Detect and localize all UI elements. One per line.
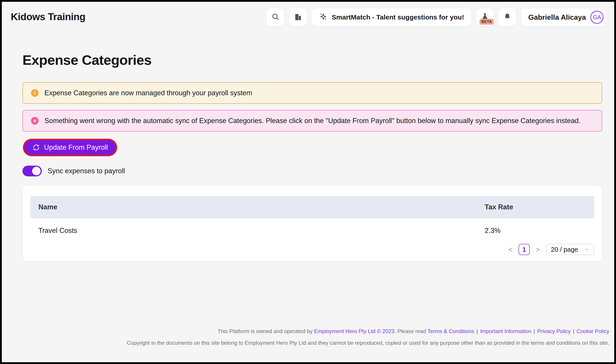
pagination-prev-button[interactable]: < <box>507 246 514 254</box>
refresh-icon <box>32 144 40 151</box>
building-icon <box>294 12 302 22</box>
beta-badge: BETA <box>479 19 494 25</box>
footer-please-read-text: . Please read <box>394 328 428 334</box>
pagination-page-1[interactable]: 1 <box>518 244 530 255</box>
terms-conditions-link[interactable]: Terms & Conditions <box>427 328 474 334</box>
smartmatch-button[interactable]: SmartMatch - Talent suggestions for you! <box>312 9 471 26</box>
expense-categories-card: Name Tax Rate Travel Costs 2.3% < 1 > 20… <box>22 185 602 261</box>
chevron-down-icon <box>584 247 589 252</box>
update-from-payroll-label: Update From Payroll <box>44 143 108 152</box>
notifications-button[interactable] <box>499 9 516 26</box>
pagination: < 1 > 20 / page <box>30 244 594 255</box>
smartmatch-label: SmartMatch - Talent suggestions for you! <box>332 13 464 21</box>
bell-icon <box>503 13 512 22</box>
page-size-select[interactable]: 20 / page <box>546 244 594 255</box>
important-information-link[interactable]: Important Information <box>480 328 531 334</box>
organisation-button[interactable] <box>289 9 307 26</box>
pagination-next-button[interactable]: > <box>535 246 541 254</box>
table-header-row: Name Tax Rate <box>30 196 594 218</box>
employment-hero-link[interactable]: Employment Hero Pty Ltd © 2023 <box>314 328 394 334</box>
user-name: Gabriella Alicaya <box>528 13 586 22</box>
warning-banner: ! Expense Categories are now managed thr… <box>22 82 602 104</box>
update-from-payroll-button[interactable]: Update From Payroll <box>24 140 116 155</box>
sync-toggle-label: Sync expenses to payroll <box>48 167 125 175</box>
warning-banner-text: Expense Categories are now managed throu… <box>44 89 252 97</box>
column-header-name: Name <box>30 203 485 211</box>
brand-logo: Kidows Training <box>11 9 85 22</box>
footer: This Platform is owned and operated by E… <box>2 328 614 346</box>
error-icon: ✕ <box>31 117 39 125</box>
page-title: Expense Categories <box>22 52 602 68</box>
sparkles-icon <box>319 12 328 23</box>
top-bar-actions: SmartMatch - Talent suggestions for you!… <box>267 9 606 26</box>
search-button[interactable] <box>267 9 284 26</box>
beta-labs-button[interactable]: BETA <box>476 9 494 26</box>
sync-toggle-row: Sync expenses to payroll <box>22 166 602 176</box>
error-banner: ✕ Something went wrong with the automati… <box>22 110 602 131</box>
main-content: Expense Categories ! Expense Categories … <box>2 52 614 261</box>
page-size-value: 20 / page <box>551 246 578 253</box>
footer-separator: | <box>476 328 478 334</box>
footer-separator: | <box>573 328 574 334</box>
top-bar: Kidows Training <box>2 2 614 26</box>
search-icon <box>271 13 280 22</box>
toggle-knob <box>32 167 41 175</box>
cookie-policy-link[interactable]: Cookie Policy <box>577 328 609 334</box>
cell-name: Travel Costs <box>30 227 485 235</box>
footer-ownership-text: This Platform is owned and operated by <box>218 328 314 334</box>
sync-expenses-toggle[interactable] <box>22 166 42 176</box>
privacy-policy-link[interactable]: Privacy Policy <box>537 328 571 334</box>
footer-separator: | <box>534 328 535 334</box>
cell-tax-rate: 2.3% <box>485 227 594 235</box>
warning-icon: ! <box>31 89 39 97</box>
avatar: GA <box>590 11 603 24</box>
user-menu[interactable]: Gabriella Alicaya GA <box>521 9 606 26</box>
footer-copyright-text: Copyright in the documents on this site … <box>7 340 609 346</box>
table-row: Travel Costs 2.3% <box>30 218 594 243</box>
error-banner-text: Something went wrong with the automatic … <box>44 117 581 125</box>
column-header-tax-rate: Tax Rate <box>485 203 594 211</box>
